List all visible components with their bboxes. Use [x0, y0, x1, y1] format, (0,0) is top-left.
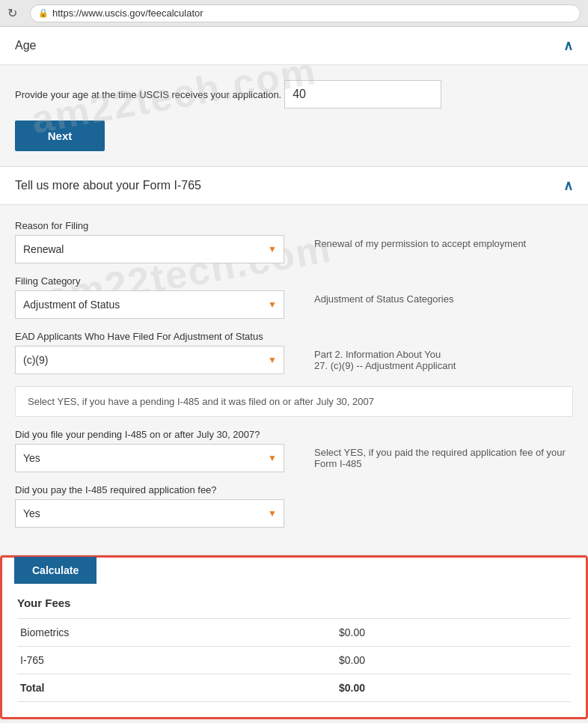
filing-select[interactable]: Adjustment of Status	[15, 290, 284, 319]
fee-label: I-765	[17, 647, 324, 674]
ead-info-line2: 27. (c)(9) -- Adjustment Applicant	[314, 360, 573, 371]
calculate-btn-wrap: Calculate	[2, 558, 586, 585]
i485-fee-label: Did you pay the I-485 required applicati…	[15, 484, 299, 495]
next-button[interactable]: Next	[15, 120, 105, 151]
ead-select-wrapper: (c)(9) ▼	[15, 346, 284, 374]
age-section-title: Age	[15, 39, 36, 52]
fee-amount: $0.00	[324, 674, 571, 702]
fee-amount: $0.00	[324, 647, 571, 674]
fees-section: Your Fees Biometrics$0.00I-765$0.00Total…	[2, 585, 586, 702]
fees-table-row: Total$0.00	[17, 674, 571, 702]
filing-label: Filing Category	[15, 275, 299, 287]
i765-section-body: am22tech.com Reason for Filing Renewal ▼…	[0, 205, 588, 555]
i485-fee-row: Did you pay the I-485 required applicati…	[15, 484, 573, 528]
i485-fee-left: Did you pay the I-485 required applicati…	[15, 484, 299, 528]
fee-label: Biometrics	[17, 619, 324, 647]
i765-collapse-icon[interactable]: ∧	[563, 177, 573, 194]
reason-info: Renewal of my permission to accept emplo…	[314, 220, 573, 249]
reason-select[interactable]: Renewal	[15, 235, 284, 263]
i485-fee-select[interactable]: Yes No	[15, 499, 284, 528]
reason-row: Reason for Filing Renewal ▼ Renewal of m…	[15, 220, 573, 263]
i765-section-header[interactable]: Tell us more about your Form I-765 ∧	[0, 167, 588, 205]
fees-table: Biometrics$0.00I-765$0.00Total$0.00	[17, 618, 571, 702]
ead-info-line1: Part 2. Information About You	[314, 349, 573, 360]
i485-date-info: Select YES, if you paid the required app…	[314, 429, 573, 469]
i485-fee-info	[314, 484, 573, 502]
age-section-body: am22tech.com Provide your age at the tim…	[0, 65, 588, 166]
filing-select-wrapper: Adjustment of Status ▼	[15, 290, 284, 319]
reason-select-wrapper: Renewal ▼	[15, 235, 284, 263]
i485-date-select-wrapper: Yes No ▼	[15, 444, 284, 472]
i485-date-select[interactable]: Yes No	[15, 444, 284, 472]
notice-text: Select YES, if you have a pending I-485 …	[28, 396, 374, 407]
i485-date-row: Did you file your pending I-485 on or af…	[15, 429, 573, 472]
url-text: https://www.uscis.gov/feecalculator	[52, 7, 203, 19]
i485-fee-select-wrapper: Yes No ▼	[15, 499, 284, 528]
ead-left: EAD Applicants Who Have Filed For Adjust…	[15, 331, 299, 374]
browser-chrome: ↻ 🔒 https://www.uscis.gov/feecalculator	[0, 0, 588, 27]
fee-amount: $0.00	[324, 619, 571, 647]
age-field-label: Provide your age at the time USCIS recei…	[15, 89, 281, 100]
filing-info: Adjustment of Status Categories	[314, 275, 573, 305]
filing-row: Filing Category Adjustment of Status ▼ A…	[15, 275, 573, 319]
i485-date-left: Did you file your pending I-485 on or af…	[15, 429, 299, 472]
age-collapse-icon[interactable]: ∧	[563, 37, 573, 54]
ead-row: EAD Applicants Who Have Filed For Adjust…	[15, 331, 573, 374]
address-bar[interactable]: 🔒 https://www.uscis.gov/feecalculator	[30, 4, 581, 22]
fee-label: Total	[17, 674, 324, 702]
age-section-panel: Age ∧ am22tech.com Provide your age at t…	[0, 27, 588, 167]
reason-label: Reason for Filing	[15, 220, 299, 231]
i765-section-panel: Tell us more about your Form I-765 ∧ am2…	[0, 167, 588, 555]
notice-box: Select YES, if you have a pending I-485 …	[15, 386, 573, 417]
fees-table-row: I-765$0.00	[17, 647, 571, 674]
i765-section-title: Tell us more about your Form I-765	[15, 179, 201, 192]
age-section-header[interactable]: Age ∧	[0, 27, 588, 65]
age-input[interactable]	[284, 80, 441, 109]
lock-icon: 🔒	[38, 8, 49, 18]
filing-left: Filing Category Adjustment of Status ▼	[15, 275, 299, 319]
refresh-icon[interactable]: ↻	[7, 6, 22, 21]
reason-left: Reason for Filing Renewal ▼	[15, 220, 299, 263]
fees-table-row: Biometrics$0.00	[17, 619, 571, 647]
calculate-section: Calculate Your Fees Biometrics$0.00I-765…	[0, 555, 588, 719]
i485-date-label: Did you file your pending I-485 on or af…	[15, 429, 299, 440]
calculate-button[interactable]: Calculate	[14, 557, 97, 584]
ead-select[interactable]: (c)(9)	[15, 346, 284, 374]
ead-info: Part 2. Information About You 27. (c)(9)…	[314, 331, 573, 371]
fees-title: Your Fees	[17, 597, 571, 609]
ead-label: EAD Applicants Who Have Filed For Adjust…	[15, 331, 299, 342]
